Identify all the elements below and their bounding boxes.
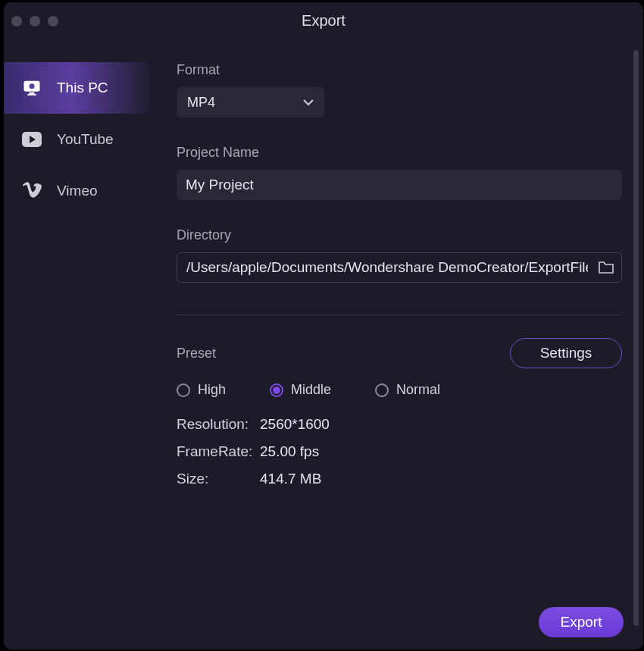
- radio-icon: [177, 383, 190, 397]
- radio-icon: [375, 383, 389, 397]
- content-panel: Format MP4 Project Name Directory: [155, 39, 643, 595]
- youtube-icon: [20, 128, 43, 151]
- sidebar-item-label: This PC: [57, 80, 108, 96]
- titlebar: Export: [4, 2, 643, 39]
- maximize-icon[interactable]: [48, 16, 58, 27]
- resolution-value: 2560*1600: [260, 416, 330, 433]
- radio-label: High: [198, 382, 226, 398]
- preset-radio-middle[interactable]: Middle: [270, 382, 331, 398]
- svg-point-3: [30, 83, 35, 89]
- chevron-down-icon: [303, 99, 314, 106]
- format-select[interactable]: MP4: [177, 87, 324, 117]
- window-body: This PC YouTube Vimeo: [4, 39, 643, 595]
- format-label: Format: [177, 62, 622, 78]
- vimeo-icon: [20, 180, 43, 202]
- folder-icon[interactable]: [596, 258, 616, 277]
- monitor-icon: [20, 77, 43, 99]
- preset-radio-high[interactable]: High: [177, 382, 226, 398]
- framerate-value: 25.00 fps: [260, 443, 319, 460]
- size-value: 414.7 MB: [260, 471, 321, 487]
- resolution-row: Resolution: 2560*1600: [177, 416, 622, 433]
- window-title: Export: [4, 12, 643, 30]
- directory-input[interactable]: [177, 252, 622, 283]
- svg-rect-2: [27, 94, 36, 95]
- sidebar-item-vimeo[interactable]: Vimeo: [4, 165, 155, 217]
- directory-label: Directory: [177, 227, 622, 243]
- size-label: Size:: [177, 471, 260, 487]
- svg-rect-1: [30, 92, 35, 94]
- sidebar-item-label: YouTube: [57, 131, 114, 148]
- radio-label: Middle: [291, 382, 331, 398]
- radio-icon: [270, 383, 283, 397]
- footer: Export: [4, 595, 643, 649]
- resolution-label: Resolution:: [177, 416, 260, 433]
- divider: [177, 315, 622, 315]
- minimize-icon[interactable]: [30, 16, 40, 27]
- project-name-input[interactable]: [177, 170, 622, 200]
- size-row: Size: 414.7 MB: [177, 471, 622, 487]
- format-value: MP4: [187, 95, 215, 111]
- sidebar-item-youtube[interactable]: YouTube: [4, 114, 155, 165]
- close-icon[interactable]: [11, 16, 22, 27]
- sidebar: This PC YouTube Vimeo: [4, 39, 155, 595]
- export-button[interactable]: Export: [539, 607, 624, 637]
- framerate-row: FrameRate: 25.00 fps: [177, 443, 622, 460]
- export-window: Export This PC: [4, 2, 643, 649]
- settings-button[interactable]: Settings: [510, 338, 622, 368]
- framerate-label: FrameRate:: [177, 443, 260, 460]
- sidebar-item-this-pc[interactable]: This PC: [4, 62, 155, 114]
- preset-radio-group: High Middle Normal: [177, 382, 622, 398]
- radio-label: Normal: [396, 382, 440, 398]
- preset-label: Preset: [177, 346, 216, 361]
- scrollbar-thumb[interactable]: [633, 50, 639, 626]
- window-controls: [11, 16, 58, 27]
- preset-radio-normal[interactable]: Normal: [375, 382, 440, 398]
- sidebar-item-label: Vimeo: [57, 183, 98, 199]
- project-name-label: Project Name: [177, 145, 622, 161]
- scrollbar[interactable]: [633, 50, 639, 626]
